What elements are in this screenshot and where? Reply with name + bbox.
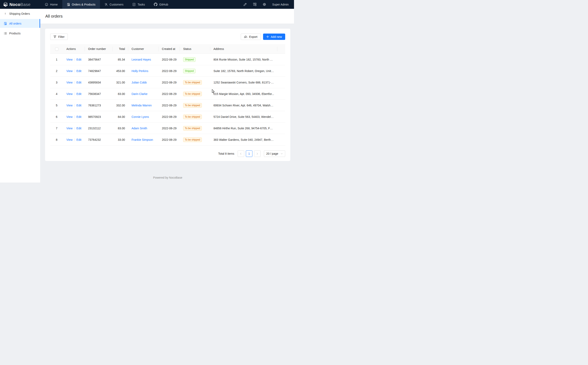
actions-cell: ViewEdit [63, 65, 85, 77]
edit-link[interactable]: Edit [76, 58, 81, 61]
total-cell: 83.00 [112, 88, 128, 100]
view-link[interactable]: View [66, 92, 73, 96]
address-cell: 5724 Daniel Drive, Suite 563, 54403, Wen… [210, 111, 277, 123]
highlighter-icon[interactable] [243, 3, 247, 6]
view-link[interactable]: View [66, 127, 73, 130]
arrow-up-icon: ↑ [3, 12, 7, 15]
pagination-total: Total 8 items [218, 152, 234, 155]
status-badge: Shipped [183, 69, 196, 73]
next-page-icon [256, 153, 258, 155]
edit-link[interactable]: Edit [76, 81, 81, 84]
filler-cell [277, 54, 285, 65]
edit-link[interactable]: Edit [76, 104, 81, 107]
nav-item-label: GitHub [159, 3, 168, 6]
action-divider [74, 70, 75, 72]
row-index: 8 [56, 138, 58, 141]
status-cell: Shipped [180, 65, 210, 77]
customer-link[interactable]: Darin Clarke [131, 92, 147, 96]
customer-cell: Darin Clarke [128, 88, 159, 100]
sidebar-item-products[interactable]: Products [0, 29, 40, 38]
customer-cell: Adam Smith [128, 123, 159, 134]
nav-item-github[interactable]: GitHub [149, 0, 173, 9]
address-cell: 015 Margie Mission, Apt. 093, 34936, Ebe… [210, 88, 277, 100]
orders-card: Filter Export [45, 29, 290, 161]
customer-link[interactable]: Adam Smith [131, 127, 147, 130]
nav-item-customers[interactable]: Customers [100, 0, 128, 9]
customer-link[interactable]: Connie Lyons [131, 115, 149, 119]
created-at-cell: 2022-06-29 [159, 65, 180, 77]
nav-item-label: Customers [110, 3, 123, 6]
next-page-button[interactable] [254, 150, 261, 157]
page-header: All orders [40, 9, 294, 23]
view-link[interactable]: View [66, 104, 73, 107]
created-at-cell: 2022-06-29 [159, 111, 180, 123]
sidebar-item-label: Products [9, 32, 21, 35]
nav-item-orders-products[interactable]: Orders & Products [62, 0, 100, 9]
orders-table: Actions Order number Total Customer Crea… [50, 44, 285, 146]
status-badge: To be shipped [183, 80, 202, 85]
total-cell: 83.00 [112, 123, 128, 134]
navbar-right: Super Admin [243, 0, 294, 9]
column-header-status: Status [180, 44, 210, 54]
status-cell: To be shipped [180, 88, 210, 100]
chevron-down-icon [281, 153, 283, 155]
view-link[interactable]: View [66, 138, 73, 141]
github-icon [154, 3, 157, 6]
customer-link[interactable]: Holly Perkins [131, 69, 148, 73]
address-cell: 1252 Swaniawski Corners, Suite 688, 8137… [210, 77, 277, 88]
edit-link[interactable]: Edit [76, 92, 81, 96]
export-button[interactable]: Export [241, 34, 261, 40]
customer-link[interactable]: Julian Cobb [131, 81, 147, 84]
column-header-address: Address [210, 44, 277, 54]
settings-gear-icon[interactable] [263, 3, 266, 6]
page-size-select[interactable]: 20 / page [264, 150, 285, 157]
filler-cell [277, 77, 285, 88]
edit-link[interactable]: Edit [76, 115, 81, 119]
edit-link[interactable]: Edit [76, 138, 81, 141]
plugin-add-icon[interactable] [253, 3, 256, 6]
filter-button[interactable]: Filter [50, 34, 68, 40]
action-divider [74, 92, 75, 95]
view-link[interactable]: View [66, 58, 73, 61]
edit-link[interactable]: Edit [76, 127, 81, 130]
table-toolbar: Filter Export [50, 34, 285, 40]
row-index: 5 [56, 104, 58, 107]
nocobase-logo[interactable]: NocoBase [0, 0, 30, 9]
home-icon [45, 3, 48, 6]
tasks-icon [132, 3, 136, 6]
order-number-cell: 43895834 [85, 77, 112, 88]
status-badge: To be shipped [183, 115, 202, 119]
sidebar-item-shipping-orders[interactable]: ↑ Shipping Orders [0, 9, 40, 18]
view-link[interactable]: View [66, 115, 73, 119]
user-menu[interactable]: Super Admin [272, 3, 289, 6]
table-row: 3 ViewEdit 43895834 321.00 Julian Cobb 2… [50, 77, 285, 88]
filter-icon [53, 35, 56, 38]
column-header-filler [277, 44, 285, 54]
total-cell: 33.00 [112, 134, 128, 146]
logo-text-base: Base [20, 2, 30, 7]
page-body: Filter Export [40, 23, 294, 182]
main-menu: Home Orders & Products Customers [40, 0, 173, 9]
customer-link[interactable]: Frankie Simpson [131, 138, 153, 141]
order-number-cell: 74829847 [85, 65, 112, 77]
select-all-checkbox[interactable] [55, 48, 58, 51]
action-divider [74, 104, 75, 107]
powered-by-footer: Powered by NocoBase [45, 173, 290, 182]
page-1-button[interactable]: 1 [246, 150, 252, 157]
add-new-button[interactable]: Add new [263, 34, 285, 40]
status-badge: Shipped [183, 57, 196, 62]
sidebar-item-all-orders[interactable]: All orders [0, 19, 40, 28]
table-row: 1 ViewEdit 38475647 85.34 Leonard Hayes … [50, 54, 285, 65]
prev-page-button[interactable] [238, 150, 244, 157]
actions-cell: ViewEdit [63, 111, 85, 123]
customer-link[interactable]: Leonard Hayes [131, 58, 151, 61]
view-link[interactable]: View [66, 69, 73, 73]
nav-item-home[interactable]: Home [40, 0, 62, 9]
total-cell: 453.00 [112, 65, 128, 77]
view-link[interactable]: View [66, 81, 73, 84]
edit-link[interactable]: Edit [76, 69, 81, 73]
customer-cell: Leonard Hayes [128, 54, 159, 65]
customer-link[interactable]: Melinda Warren [131, 104, 152, 107]
row-index: 3 [56, 81, 58, 84]
nav-item-tasks[interactable]: Tasks [128, 0, 149, 9]
